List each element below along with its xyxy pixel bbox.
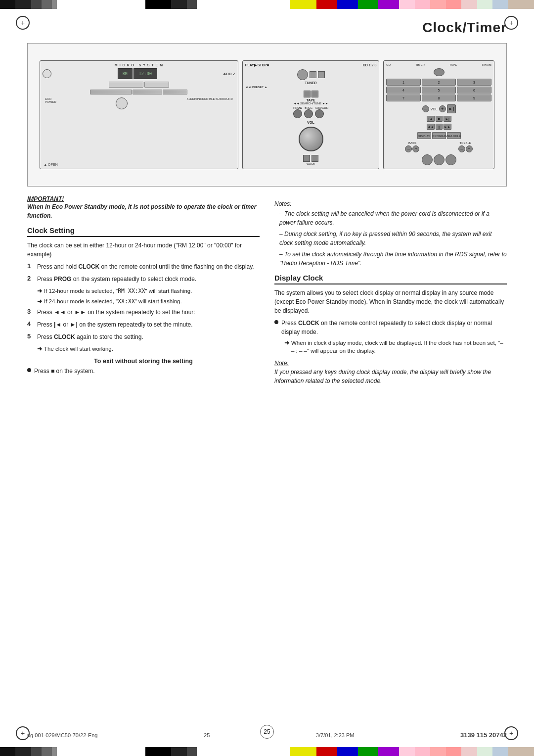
exit-bullet: Press ■ on the system. — [27, 367, 260, 376]
cd-btn2 — [310, 71, 316, 78]
rec-btn — [304, 109, 313, 118]
unit-display-area: RM 12:00 — [53, 68, 221, 79]
vol-label: VOL — [245, 121, 377, 124]
button-bar3 — [163, 90, 187, 94]
bass-treble-remote: BASS TREBLE – + – + — [386, 142, 491, 152]
display-clock-arrow-note: ➜ When in clock display mode, clock will… — [284, 339, 507, 355]
tape-remote-label: TAPE — [449, 63, 457, 66]
page-number-circle: 25 — [260, 725, 274, 739]
remote-rew-fwd: ◄◄ ‖ ►► — [386, 124, 491, 130]
tape-label: TAPE — [245, 98, 377, 102]
cd-buttons-row1 — [245, 69, 377, 80]
slider-row — [43, 82, 235, 88]
display-clock-intro: The system allows you to select clock di… — [274, 288, 507, 315]
vol-minus-btn: – — [422, 105, 429, 112]
display-clock-bullet: Press CLOCK on the remote control repeat… — [274, 319, 507, 336]
display-clock-note-text: If you pressed any keys during clock dis… — [274, 369, 491, 384]
rew-btn: ◄◄ — [427, 124, 435, 130]
tape-btn1 — [304, 91, 311, 97]
page-title: Clock/Timer — [27, 20, 507, 36]
bass-treble-btns — [245, 155, 377, 162]
add-label: ADD Z — [223, 72, 235, 76]
note-2: During clock setting, if no key is press… — [274, 230, 507, 247]
step-5-text: Press CLOCK again to store the setting. — [37, 332, 260, 341]
display-clock-note-section: Note: If you pressed any keys during clo… — [274, 359, 507, 385]
srd-label: SLEEP/INCREDIBLE SURROUND — [186, 97, 232, 109]
device-label: M I C R O S Y S T E M — [43, 63, 235, 67]
remote-vol-row: – VOL + ►| — [386, 104, 491, 113]
remote-nav-btns: |◄ ■ ►| — [386, 116, 491, 122]
device-illustration: M I C R O S Y S T E M RM 12:00 — [27, 43, 507, 187]
important-notice: IMPORTANT! When in Eco Power Standby mod… — [27, 195, 260, 220]
arrow-4: ➜ — [284, 339, 289, 347]
content-columns: IMPORTANT! When in Eco Power Standby mod… — [27, 195, 507, 385]
remote-num-buttons: 1 2 3 4 5 6 7 8 9 — [386, 79, 491, 101]
arrow-3: ➜ — [37, 345, 42, 353]
timer-label: TIMER — [415, 63, 425, 66]
device-image: M I C R O S Y S T E M RM 12:00 — [40, 50, 494, 179]
page-content: Clock/Timer M I C R O S Y S T E M RM 12:… — [27, 15, 507, 741]
slider-bar2 — [144, 82, 169, 88]
color-bar-top — [0, 0, 534, 9]
fm-am-label: FM/AM — [482, 63, 491, 66]
clock-steps: 1 Press and hold CLOCK on the remote con… — [27, 262, 260, 353]
button-bar2 — [133, 90, 162, 94]
step-2-num: 2 — [27, 275, 34, 282]
footer-center-text: 25 — [204, 732, 210, 738]
prog-btn — [293, 109, 302, 118]
step-3: 3 Press ◄◄ or ►► on the system repeatedl… — [27, 308, 260, 317]
arrow-1: ➜ — [37, 287, 42, 295]
device-cd-unit: PLAY▶ STOP■ CD 1·2·3 TUNER ◄◄ PRESET ▲ T… — [242, 60, 380, 169]
note-label-single: Note: — [274, 360, 289, 367]
play-btn-remote: ►| — [447, 104, 456, 113]
remote-btn-5: 5 — [422, 87, 456, 94]
bass-plus: + — [412, 145, 419, 152]
vol-label2: VOL — [431, 107, 438, 111]
step-2-note-2-text: If 24-hour mode is selected, "XX:XX" wil… — [44, 297, 182, 305]
unit-display-row: RM 12:00 — [53, 68, 221, 79]
remote-btn-6: 6 — [457, 87, 491, 94]
step-1-text: Press and hold CLOCK on the remote contr… — [37, 262, 260, 271]
aus-cdr-label: AUX/CDR — [315, 106, 328, 109]
display-clock-bullet-dot — [274, 320, 278, 324]
preset-label: ◄◄ PRESET ▲ — [245, 86, 267, 89]
pause-btn: ‖ — [436, 124, 443, 130]
remote-mode-row: DISPLAY PROGRAM SHUFFLE — [386, 132, 491, 139]
note-1: The clock setting will be cancelled when… — [274, 209, 507, 227]
prev-btn: |◄ — [427, 116, 435, 122]
mode-woox-row — [386, 154, 491, 165]
remote-header: CD TIMER TAPE FM/AM — [386, 63, 491, 66]
cd-label: CD 1·2·3 — [363, 63, 377, 67]
remote-btn-8: 8 — [422, 94, 456, 101]
note-3: To set the clock automatically through t… — [274, 250, 507, 268]
display-clock-bullet-text: Press CLOCK on the remote control repeat… — [281, 319, 507, 336]
treble-minus: – — [458, 145, 465, 152]
footer-right-text: 3139 115 20742 — [460, 731, 507, 739]
clock-setting-title: Clock Setting — [27, 226, 260, 237]
exit-subsection-title: To exit without storing the setting — [27, 358, 260, 365]
notes-label: Notes: — [274, 200, 507, 207]
step-4-text: Press |◄ or ►| on the system repeatedly … — [37, 320, 260, 329]
eco-label: ECOPOWER — [45, 97, 56, 109]
play-stop-label: PLAY▶ STOP■ — [245, 63, 269, 67]
step-2-text: Press PROG on the system repeatedly to s… — [37, 275, 260, 284]
remote-btn-2: 2 — [422, 79, 456, 86]
step-2: 2 Press PROG on the system repeatedly to… — [27, 275, 260, 284]
cd-btn3 — [318, 71, 325, 78]
left-column: IMPORTANT! When in Eco Power Standby mod… — [27, 195, 260, 385]
step-2-note-2: ➜ If 24-hour mode is selected, "XX:XX" w… — [37, 297, 260, 306]
display-btn: DISPLAY — [417, 132, 431, 139]
rec-label: ●REC — [304, 106, 313, 109]
step-5-note: ➜ The clock will start working. — [37, 345, 260, 353]
unit-display-box2: 12:00 — [134, 68, 157, 79]
vol-knob — [299, 127, 323, 151]
cd-btn1 — [297, 69, 308, 80]
step-2-note-1-text: If 12-hour mode is selected, "RM XX:XX" … — [44, 287, 192, 295]
vol-minus: – VOL + — [422, 104, 446, 113]
step-3-num: 3 — [27, 308, 34, 315]
stop-btn: ■ — [436, 116, 443, 122]
remote-btn-3: 3 — [457, 79, 491, 86]
device-remote: CD TIMER TAPE FM/AM 1 2 3 4 5 6 7 8 9 — [383, 60, 494, 169]
program-btn: PROGRAM — [432, 132, 446, 139]
slider-bar1 — [109, 82, 143, 88]
